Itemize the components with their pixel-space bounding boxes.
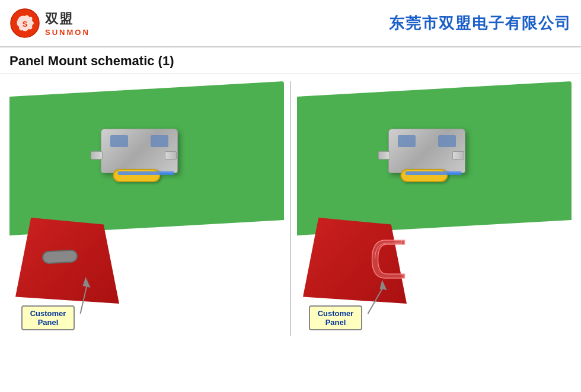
sunmon-logo-icon: S: [9, 8, 40, 39]
panel-divider: [290, 81, 291, 336]
logo-chinese-text: 双盟: [45, 10, 90, 28]
callout-right: CustomerPanel: [309, 305, 362, 330]
diagram-panel-right: CustomerPanel: [297, 81, 572, 389]
red-panel-right: [303, 218, 407, 304]
page-header: S 双盟 SUNMON 东莞市双盟电子有限公司: [0, 0, 581, 47]
scene-right: CustomerPanel: [297, 81, 572, 336]
tab-right-left: [165, 151, 177, 160]
panel-slot-left: [42, 249, 78, 264]
tab-left-left: [91, 151, 103, 160]
svg-text:S: S: [23, 20, 28, 28]
logo-area: S 双盟 SUNMON: [9, 8, 90, 39]
tab-right-right: [452, 151, 464, 160]
diagram-panel-left: CustomerPanel: [9, 81, 284, 389]
callout-box-right: CustomerPanel: [309, 305, 362, 330]
page-title: Panel Mount schematic (1): [0, 47, 581, 74]
scene-left: CustomerPanel: [9, 81, 284, 336]
tab-left-right: [378, 151, 390, 160]
blue-accent-right: [405, 171, 461, 175]
logo-text: 双盟 SUNMON: [45, 10, 90, 37]
callout-box-left: CustomerPanel: [21, 305, 75, 330]
company-name: 东莞市双盟电子有限公司: [389, 13, 572, 34]
blue-accent-left: [117, 171, 174, 175]
main-content: CustomerPanel: [0, 74, 581, 389]
logo-english-text: SUNMON: [45, 28, 90, 37]
callout-left: CustomerPanel: [21, 305, 75, 330]
